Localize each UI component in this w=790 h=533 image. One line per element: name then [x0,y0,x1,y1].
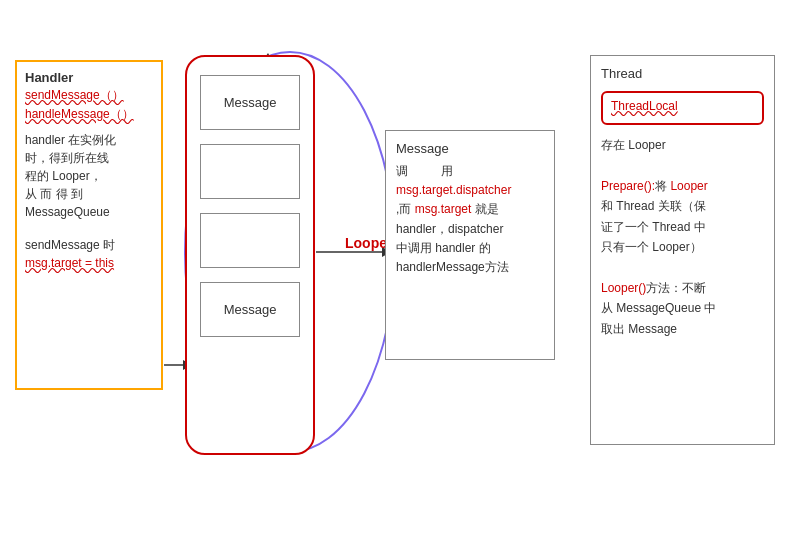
mq-item-4: Message [200,282,300,337]
message-detail-box: Message 调 用 msg.target.dispatcher ,而 msg… [385,130,555,360]
msg-target: msg.target [415,202,472,216]
mq-item-3 [200,213,300,268]
handler-desc: handler 在实例化时，得到所在线程的 Looper，从 而 得 到Mess… [25,131,153,221]
thread-title: Thread [601,66,764,81]
handler-box: Handler sendMessage（） handleMessage（） ha… [15,60,163,390]
thread-box: Thread ThreadLocal 存在 Looper Prepare():将… [590,55,775,445]
handler-send-section: sendMessage 时 msg.target = this [25,237,153,270]
msg-dispatcher: msg.target.dispatcher [396,183,511,197]
looper-method-keyword: Looper() [601,281,646,295]
mq-box: Message Message [185,55,315,455]
looper-keyword: Looper [670,179,707,193]
threadlocal-box: ThreadLocal [601,91,764,125]
handler-method1: sendMessage（） [25,87,153,104]
mq-item-2 [200,144,300,199]
prepare-keyword: Prepare(): [601,179,655,193]
thread-desc: 存在 Looper Prepare():将 Looper 和 Thread 关联… [601,135,764,339]
handler-send-title: sendMessage 时 [25,237,153,254]
handler-send-code: msg.target = this [25,256,153,270]
message-detail-title: Message [396,141,544,156]
diagram-container: Handler sendMessage（） handleMessage（） ha… [0,0,790,533]
mq-item-1: Message [200,75,300,130]
handler-title: Handler [25,70,153,85]
threadlocal-label: ThreadLocal [611,99,754,113]
message-detail-desc: 调 用 msg.target.dispatcher ,而 msg.target … [396,162,544,277]
handler-method2: handleMessage（） [25,106,153,123]
